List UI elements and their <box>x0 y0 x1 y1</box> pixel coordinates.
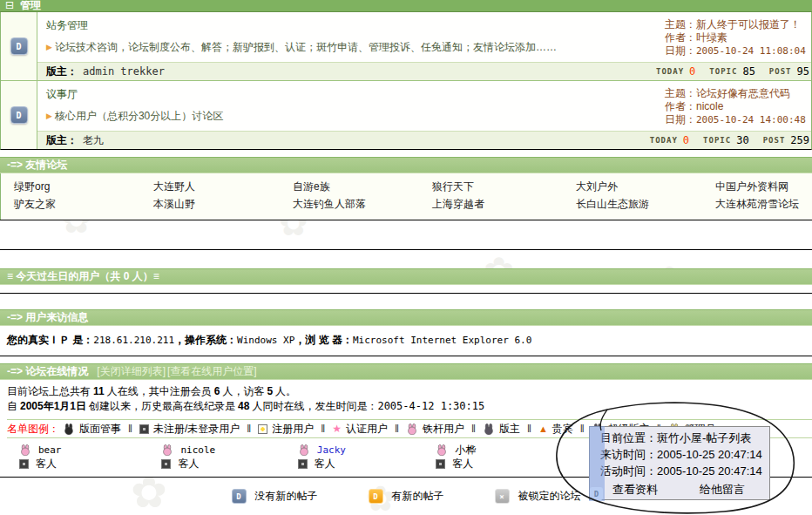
guest-bunny-icon <box>436 444 448 456</box>
visitor-header-bar: -=> 用户来访信息 <box>0 309 812 326</box>
vip-triangle-icon: ▲ <box>538 424 548 434</box>
no-new-posts-icon: D <box>232 489 247 504</box>
forum-name-link[interactable]: 站务管理 <box>46 18 88 33</box>
friend-forum-link[interactable]: 大连钓鱼人部落 <box>293 197 432 212</box>
today-count: 0 <box>689 65 695 78</box>
friend-forum-link[interactable]: 驴友之家 <box>14 197 153 212</box>
moderator-bunny-icon <box>483 424 495 435</box>
unregistered-user-icon <box>139 424 149 434</box>
username-link[interactable]: 小桦 <box>455 443 476 457</box>
online-user-cell: Jacky 客人 <box>298 443 436 471</box>
guest-status-icon <box>298 459 308 469</box>
post-count: 259 <box>790 134 809 146</box>
user-role: 客人 <box>178 457 199 471</box>
forum-page: ✿ ✿ ✿ ✿ ✿ ✿ ✿ ✿ ⊟ 管理 D 站务管理 ▶ <box>0 0 812 515</box>
friend-forum-link[interactable]: 本溪山野 <box>153 197 293 212</box>
visitor-info-line: 您的真实ＩＰ 是：218.61.210.211，操作系统：Windows XP，… <box>0 326 812 356</box>
friends-section: -=> 友情论坛 绿野org 大连野人 自游e族 狼行天下 大刘户外 中国户外资… <box>0 157 812 220</box>
user-role: 客人 <box>452 457 473 471</box>
friend-forum-link[interactable]: 大连野人 <box>153 180 293 194</box>
friend-forum-link[interactable]: 自游e族 <box>293 180 432 194</box>
visitor-os: Windows XP <box>237 335 294 346</box>
birthday-header-bar: ≡ 今天过生日的用户（共 0 人）≡ <box>0 268 812 285</box>
category-header-bar: ⊟ 管理 <box>0 0 812 12</box>
online-title: -=> 论坛在线情况 <box>7 364 88 379</box>
leave-message-link[interactable]: 给他留言 <box>700 481 745 498</box>
loyal-user-bunny-icon <box>406 424 418 435</box>
moderator-label: 版主： <box>46 64 78 79</box>
friends-title: -=> 友情论坛 <box>7 158 67 173</box>
moderator-links[interactable]: admin trekker <box>83 65 165 78</box>
guest-status-icon <box>161 459 171 469</box>
moderator-label: 版主： <box>46 133 78 148</box>
forum-meta-strip: 版主： 老九 TODAY0 TOPIC30 POST259 <box>37 131 811 149</box>
registered-user-icon <box>258 424 267 434</box>
user-role: 客人 <box>36 457 57 471</box>
friend-forum-link[interactable]: 长白山生态旅游 <box>576 197 715 212</box>
forum-row: D 议事厅 ▶核心用户（总积分30分以上）讨论区 主题：论坛好像有恶意代码 作者… <box>1 81 811 149</box>
no-new-posts-icon: D <box>10 37 28 55</box>
online-header-bar: -=> 论坛在线情况 [关闭详细列表][查看在线用户位置] <box>0 363 812 380</box>
view-profile-link[interactable]: 查看资料 <box>612 481 658 498</box>
forum-row: D 站务管理 ▶论坛技术咨询，论坛制度公布、解答；新驴报到、认证；斑竹申请、管理… <box>1 12 811 81</box>
collapse-icon[interactable]: ⊟ <box>5 0 14 11</box>
board-manager-bunny-icon <box>63 424 75 435</box>
active-time-label: 活动时间： <box>600 464 657 478</box>
last-subject-label: 主题： <box>665 18 696 30</box>
visit-time-label: 来访时间： <box>600 448 657 461</box>
last-author-link[interactable]: 叶绿素 <box>696 31 727 44</box>
birthday-title: ≡ 今天过生日的用户（共 0 人）≡ <box>7 269 159 284</box>
online-stats-line1: 目前论坛上总共有11人在线，其中注册会员6人，访客5人。 <box>7 384 812 399</box>
forum-stats: TODAY0 TOPIC30 POST259 <box>650 134 811 146</box>
friends-links-grid: 绿野org 大连野人 自游e族 狼行天下 大刘户外 中国户外资料网 驴友之家 本… <box>0 173 812 220</box>
forum-icon-cell: D <box>1 81 37 149</box>
online-user-cell: bear 客人 <box>19 443 161 471</box>
visitor-browser: Microsoft Internet Explorer 6.0 <box>353 335 531 346</box>
last-subject-link[interactable]: 新人终于可以报道了！ <box>696 18 801 30</box>
last-date-label: 日期： <box>665 113 696 125</box>
arrow-icon: ▶ <box>46 43 52 51</box>
legend-text: 被锁定的论坛 <box>518 489 581 504</box>
friend-forum-link[interactable]: 大连林苑滑雪论坛 <box>715 197 812 212</box>
arrow-icon: ▶ <box>46 112 52 120</box>
last-subject-link[interactable]: 论坛好像有恶意代码 <box>696 87 790 99</box>
friend-forum-link[interactable]: 绿野org <box>14 180 153 194</box>
view-online-users-link[interactable]: [查看在线用户位置] <box>167 364 257 379</box>
guest-bunny-icon <box>161 444 173 456</box>
forum-name-link[interactable]: 议事厅 <box>46 87 78 102</box>
guest-status-icon <box>436 459 445 469</box>
today-count: 0 <box>683 134 689 146</box>
moderator-links[interactable]: 老九 <box>83 133 104 148</box>
friend-forum-link[interactable]: 大刘户外 <box>576 180 715 194</box>
last-author-label: 作者： <box>665 31 696 44</box>
friend-forum-link[interactable]: 狼行天下 <box>432 180 576 194</box>
username-link[interactable]: Jacky <box>317 444 346 456</box>
last-date: 2005-10-24 11:08:04 <box>696 45 806 57</box>
last-author-label: 作者： <box>665 100 696 112</box>
close-detail-list-link[interactable]: [关闭详细列表] <box>97 364 166 379</box>
guest-status-icon <box>19 459 29 469</box>
online-stats-line2: 自2005年1月1日创建以来，历史最高在线纪录是48人同时在线，发生时间是：20… <box>7 399 812 414</box>
online-user-cell: nicole 客人 <box>161 443 297 471</box>
user-info-tooltip: 目前位置：斑竹小屋-帖子列表 来访时间：2005-10-25 20:47:14 … <box>589 426 770 500</box>
legend-text: 没有新的帖子 <box>255 489 318 504</box>
certified-user-star-icon: ★ <box>332 423 342 435</box>
active-time-value: 2005-10-25 20:47:14 <box>657 464 762 478</box>
last-author-link[interactable]: nicole <box>696 100 723 112</box>
friends-header-bar: -=> 友情论坛 <box>0 157 812 173</box>
legend-label: 名单图例： <box>7 422 59 437</box>
legend-text: 有新的帖子 <box>392 489 444 504</box>
user-role: 客人 <box>315 457 335 471</box>
selection-highlight-strip: D <box>589 426 605 501</box>
visit-time-value: 2005-10-25 20:47:14 <box>657 448 762 461</box>
forum-meta-strip: 版主： admin trekker TODAY0 TOPIC85 POST95 <box>37 62 811 80</box>
topic-count: 30 <box>736 134 748 146</box>
friend-forum-link[interactable]: 上海穿越者 <box>432 197 576 212</box>
friend-forum-link[interactable]: 中国户外资料网 <box>715 180 812 194</box>
location-label: 目前位置： <box>600 431 657 444</box>
forum-description: ▶论坛技术咨询，论坛制度公布、解答；新驴报到、认证；斑竹申请、管理投诉、任免通知… <box>46 40 665 55</box>
username-link[interactable]: nicole <box>180 444 215 456</box>
username-link[interactable]: bear <box>38 444 62 456</box>
location-value: 斑竹小屋-帖子列表 <box>657 431 751 444</box>
guest-bunny-icon <box>19 444 31 456</box>
